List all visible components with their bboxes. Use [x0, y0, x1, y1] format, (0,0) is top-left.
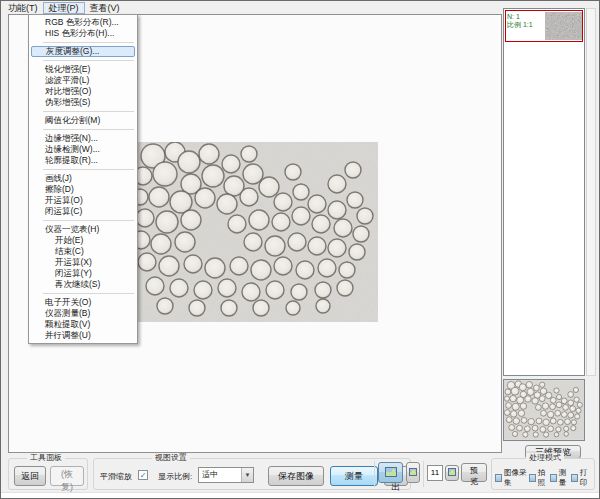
menu-item[interactable]: 开始(E) — [29, 235, 137, 246]
image-small-button[interactable] — [406, 462, 420, 483]
app-window: 功能(T) 处理(P) 查看(V) RGB 色彩分布(R)...HIS 色彩分布… — [0, 0, 600, 499]
toolbar-group-tools-label: 工具面板 — [27, 453, 65, 463]
menu-separator — [43, 129, 134, 130]
menu-process[interactable]: 处理(P) — [43, 2, 85, 14]
mode-item[interactable]: 测量 — [550, 468, 571, 488]
results-panel: N: 1 比例 1:1 三维预览 — [503, 8, 596, 454]
scale-combobox[interactable]: 适中 ▼ — [198, 467, 254, 483]
mode-item[interactable]: 图像采集 — [495, 468, 529, 488]
menu-item[interactable]: 开运算(O) — [29, 195, 137, 206]
menu-item[interactable]: 再次继续(S) — [29, 279, 137, 290]
scale-label: 显示比例: — [158, 471, 192, 482]
result-item-line2: 比例 1:1 — [507, 21, 544, 29]
mode-item-label: 测量 — [559, 468, 571, 488]
menu-item[interactable]: 轮廓提取(R)... — [29, 155, 137, 166]
picture-icon — [448, 468, 456, 476]
picture-icon — [495, 474, 502, 482]
browse-button[interactable]: 预览 — [461, 463, 487, 482]
overview-thumbnail — [504, 380, 584, 440]
menu-item[interactable]: 锐化增强(E) — [29, 64, 137, 75]
overview-thumbnail-panel — [503, 379, 585, 441]
mode-item-label: 打印 — [580, 468, 592, 488]
menu-item[interactable]: 仪器一览表(H) — [29, 224, 137, 235]
result-list-item-selected[interactable]: N: 1 比例 1:1 — [505, 10, 583, 42]
menu-item[interactable]: 电子开关(O) — [29, 297, 137, 308]
mode-item[interactable]: 打印 — [571, 468, 592, 488]
menu-item[interactable]: 颗粒提取(V) — [29, 319, 137, 330]
save-image-button[interactable]: 保存图像 — [268, 466, 324, 486]
result-item-line1: N: 1 — [507, 13, 544, 21]
picture-icon — [571, 474, 578, 482]
menu-view[interactable]: 查看(V) — [85, 2, 125, 14]
menu-separator — [43, 111, 134, 112]
toolbar-group-mode: 处理模式 图像采集拍照测量打印 — [491, 458, 595, 490]
menu-item[interactable]: 滤波平滑(L) — [29, 75, 137, 86]
menu-item[interactable]: RGB 色彩分布(R)... — [29, 17, 137, 28]
result-item-info: N: 1 比例 1:1 — [506, 11, 545, 41]
chevron-down-icon[interactable]: ▼ — [241, 468, 253, 482]
toolbar-divider — [423, 461, 424, 487]
toolbar-group-mode-label: 处理模式 — [526, 453, 564, 463]
menu-item[interactable]: 对比增强(O) — [29, 86, 137, 97]
menu-function[interactable]: 功能(T) — [3, 2, 43, 14]
toolbar-group-tools: 工具面板 返回 (恢复) — [8, 458, 88, 490]
smooth-zoom-checkbox[interactable]: ✓ — [138, 470, 148, 480]
picture-icon — [409, 468, 417, 476]
smooth-zoom-label: 平滑缩放 — [100, 471, 132, 482]
menu-item[interactable]: 伪彩增强(S) — [29, 97, 137, 108]
mode-item-label: 图像采集 — [504, 468, 529, 488]
menu-item[interactable]: 擦除(D) — [29, 184, 137, 195]
image-mode-button[interactable] — [378, 462, 403, 483]
menu-item[interactable]: 边缘增强(N)... — [29, 133, 137, 144]
menu-separator — [43, 60, 134, 61]
menu-separator — [43, 42, 134, 43]
menu-item[interactable]: 开运算(X) — [29, 257, 137, 268]
menu-item[interactable]: 并行调整(U) — [29, 330, 137, 341]
mode-item-label: 拍照 — [538, 468, 550, 488]
menu-separator — [43, 169, 134, 170]
status-strip — [1, 492, 599, 499]
menu-item[interactable]: HIS 色彩分布(H)... — [29, 28, 137, 39]
restore-button: (恢复) — [50, 466, 84, 486]
scale-combobox-value: 适中 — [202, 470, 218, 479]
measure-button[interactable]: 测量 — [330, 466, 378, 486]
menu-item[interactable]: 灰度调整(G)... — [31, 46, 135, 57]
mode-items: 图像采集拍照测量打印 — [495, 468, 592, 488]
menu-item[interactable]: 闭运算(Y) — [29, 268, 137, 279]
process-dropdown-menu: RGB 色彩分布(R)...HIS 色彩分布(H)...灰度调整(G)...锐化… — [28, 14, 138, 344]
picture-icon — [385, 467, 397, 477]
picture-icon — [529, 474, 536, 482]
menu-item[interactable]: 仪器测量(B) — [29, 308, 137, 319]
menu-separator — [43, 220, 134, 221]
toolbar-group-view: 视图设置 平滑缩放 ✓ 显示比例: 适中 ▼ 保存图像 测量 退出 — [93, 458, 411, 490]
result-list[interactable]: N: 1 比例 1:1 — [503, 8, 585, 376]
result-item-thumbnail — [545, 12, 582, 40]
menu-item[interactable]: 边缘检测(W)... — [29, 144, 137, 155]
back-button[interactable]: 返回 — [14, 466, 46, 486]
tem-particle-image — [131, 142, 378, 322]
result-list-scrollbar[interactable] — [586, 8, 596, 376]
toolbar-group-view-label: 视图设置 — [152, 453, 190, 463]
menu-item[interactable]: 结束(C) — [29, 246, 137, 257]
image-refresh-button[interactable] — [445, 465, 459, 481]
mode-item[interactable]: 拍照 — [529, 468, 550, 488]
menu-item[interactable]: 闭运算(C) — [29, 206, 137, 217]
menu-item[interactable]: 画线(J) — [29, 173, 137, 184]
picture-icon — [550, 474, 557, 482]
menu-item[interactable]: 阈值化分割(M) — [29, 115, 137, 126]
frame-count-spinner[interactable]: 11 — [427, 465, 443, 481]
menu-separator — [43, 293, 134, 294]
toolbar-divider — [374, 461, 375, 487]
